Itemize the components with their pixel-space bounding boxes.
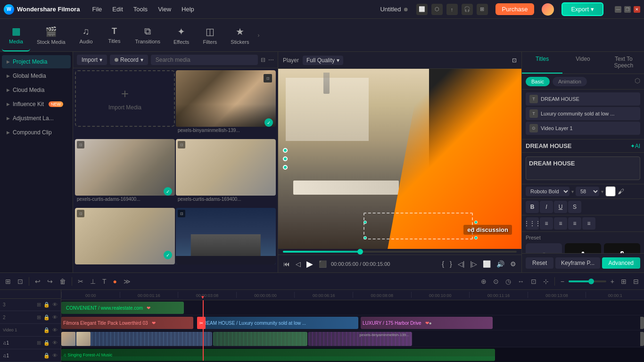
columns-icon[interactable]: ⋮⋮⋮ <box>526 217 539 230</box>
clip-marker-button[interactable]: ● <box>111 276 119 287</box>
track-3-eye-icon[interactable]: 👁 <box>52 301 58 308</box>
menu-help[interactable]: Help <box>177 4 199 15</box>
ai-enhance-icon[interactable]: ✦AI <box>630 143 640 149</box>
track-3-lock-icon[interactable]: 🔒 <box>43 301 50 308</box>
track-a1-eye-icon[interactable]: 👁 <box>52 339 58 346</box>
color-swatch[interactable] <box>605 186 616 197</box>
filter-icon[interactable]: ⊟ <box>261 57 265 63</box>
media-item-living[interactable]: ⊡ pexels-curtis-adams-169400... <box>176 139 276 207</box>
audio-stretch-button[interactable]: ↔ <box>515 276 527 287</box>
zoom-in-button[interactable]: + <box>608 276 617 287</box>
clip-video3[interactable]: pexels-binyaminmellish-139... <box>308 332 412 346</box>
volume-button[interactable]: 🔊 <box>495 259 506 269</box>
undo-button[interactable]: ↩ <box>33 276 43 287</box>
media-item-house1[interactable]: ⊡ ✓ pexels-binyaminmellish-139... <box>176 70 276 138</box>
track-2-add-icon[interactable]: ⊞ <box>36 314 41 321</box>
track-a2-eye-icon[interactable]: 👁 <box>52 352 58 359</box>
playhead[interactable] <box>203 300 204 361</box>
nav-cloud-media[interactable]: ▶ Cloud Media <box>2 83 71 97</box>
keyframe-button[interactable]: Keyframe P... <box>555 257 600 269</box>
grid-icon[interactable]: ⊞ <box>477 4 488 15</box>
track-a2-lock-icon[interactable]: 🔒 <box>43 352 50 359</box>
bold-button[interactable]: B <box>526 201 539 213</box>
preview-progress-bar[interactable] <box>283 251 517 253</box>
italic-button[interactable]: I <box>540 201 553 213</box>
delete-button[interactable]: 🗑 <box>57 276 68 287</box>
nav-compound-clip[interactable]: ▶ Compound Clip <box>2 126 71 139</box>
toolbar-stickers[interactable]: ★ Stickers <box>224 19 256 51</box>
track-v1-eye-icon[interactable]: 👁 <box>52 327 58 334</box>
cut-button[interactable]: ✂ <box>75 276 86 287</box>
text-content-box[interactable]: DREAM HOUSE <box>526 156 640 180</box>
win-close[interactable]: ✕ <box>634 6 640 13</box>
tab-titles[interactable]: Titles <box>522 52 562 74</box>
text-button[interactable]: T <box>100 276 109 287</box>
media-item-bedroom[interactable]: ⊡ ✓ pexels-curtis-adams-169400... <box>75 139 175 207</box>
clip-video1[interactable] <box>61 332 212 346</box>
font-size-select[interactable]: 58 <box>576 187 599 196</box>
clip-in-button[interactable]: ◁| <box>456 259 466 269</box>
toolbar-titles[interactable]: T Titles <box>100 19 129 51</box>
speed-button[interactable]: ◷ <box>503 276 513 287</box>
clip-luxury[interactable]: DREAM HOUSE / Luxury community sold at l… <box>198 317 358 329</box>
zoom-slider-thumb[interactable] <box>588 279 594 284</box>
settings-button[interactable]: ⚙ <box>509 259 518 269</box>
mark-out-button[interactable]: } <box>448 259 454 269</box>
play-button[interactable]: ▶ <box>305 257 314 271</box>
clip-out-button[interactable]: |▷ <box>469 259 479 269</box>
quality-dropdown[interactable]: Full Quality ▾ <box>303 56 343 65</box>
record-button[interactable]: Record ▾ <box>110 55 148 65</box>
preview-expand-icon[interactable]: ⊡ <box>512 57 517 64</box>
nav-project-media[interactable]: ▶ Project Media <box>2 55 71 68</box>
track-3-add-icon[interactable]: ⊞ <box>36 301 41 308</box>
export-button[interactable]: Export ▾ <box>561 2 603 16</box>
subtab-animation[interactable]: Animation <box>553 77 587 86</box>
control-point-2[interactable] <box>283 156 288 161</box>
user-avatar[interactable] <box>542 3 554 16</box>
snap-button[interactable]: ⊕ <box>479 276 489 287</box>
color-picker-button[interactable]: 🖌 <box>618 188 624 195</box>
advanced-button[interactable]: Advanced <box>602 257 640 269</box>
preset-none[interactable] <box>526 243 562 253</box>
search-input[interactable] <box>151 55 258 65</box>
more-options-icon[interactable]: ⋯ <box>268 57 274 63</box>
layer-luxury[interactable]: T Luxury community sold at low ... <box>526 107 640 120</box>
clip-end-handle[interactable] <box>640 317 644 329</box>
menu-file[interactable]: File <box>87 4 107 15</box>
toolbar-effects[interactable]: ✦ Effects <box>167 19 196 51</box>
minimize-window-icon[interactable]: ⬜ <box>416 4 428 15</box>
media-item-living2[interactable]: ⊡ ✓ <box>75 208 175 271</box>
timeline-view-button[interactable]: ⊡ <box>528 276 539 287</box>
win-minimize[interactable]: — <box>615 6 621 13</box>
tab-text-to-speech[interactable]: Text To Speech <box>603 52 644 74</box>
frame-back-button[interactable]: ◁ <box>294 259 302 269</box>
align-left-button[interactable]: ≡ <box>540 217 553 230</box>
menu-edit[interactable]: Edit <box>107 4 127 15</box>
preset-stroke[interactable]: A <box>604 243 640 253</box>
toolbar-filters[interactable]: ◫ Filters <box>196 19 224 51</box>
nav-global-media[interactable]: ▶ Global Media <box>2 69 71 82</box>
headphone-icon[interactable]: 🎧 <box>462 4 473 15</box>
subtab-expand-icon[interactable]: ⬡ <box>635 77 640 86</box>
toolbar-transitions[interactable]: ⧉ Transitions <box>129 19 167 51</box>
grid-view-button[interactable]: ⊞ <box>619 276 629 287</box>
upload-icon[interactable]: ↑ <box>446 4 458 15</box>
strikethrough-button[interactable]: S <box>568 201 581 213</box>
clip-video2[interactable] <box>213 332 307 346</box>
skip-back-button[interactable]: ⏮ <box>282 259 291 269</box>
font-family-select[interactable]: Roboto Bold <box>526 187 570 196</box>
split-audio-button[interactable]: ⊥ <box>88 276 98 287</box>
nav-adjustment[interactable]: ▶ Adjustment La... <box>2 112 71 125</box>
menu-tools[interactable]: Tools <box>129 4 152 15</box>
menu-view[interactable]: View <box>153 4 176 15</box>
fit-view-button[interactable]: ⊟ <box>631 276 641 287</box>
align-justify-button[interactable]: ≡ <box>582 217 595 230</box>
toolbar-audio[interactable]: ♫ Audio <box>72 19 100 51</box>
track-a1-add-icon[interactable]: ⊞ <box>36 339 41 346</box>
zoom-slider[interactable] <box>569 280 606 282</box>
underline-button[interactable]: U <box>554 201 567 213</box>
layer-dream-house[interactable]: T DREAM HOUSE <box>526 92 640 106</box>
reset-button[interactable]: Reset <box>526 257 553 269</box>
media-item-house2[interactable]: ⊡ <box>176 208 276 271</box>
nav-influence-kit[interactable]: ▶ Influence Kit NEW <box>2 98 71 111</box>
